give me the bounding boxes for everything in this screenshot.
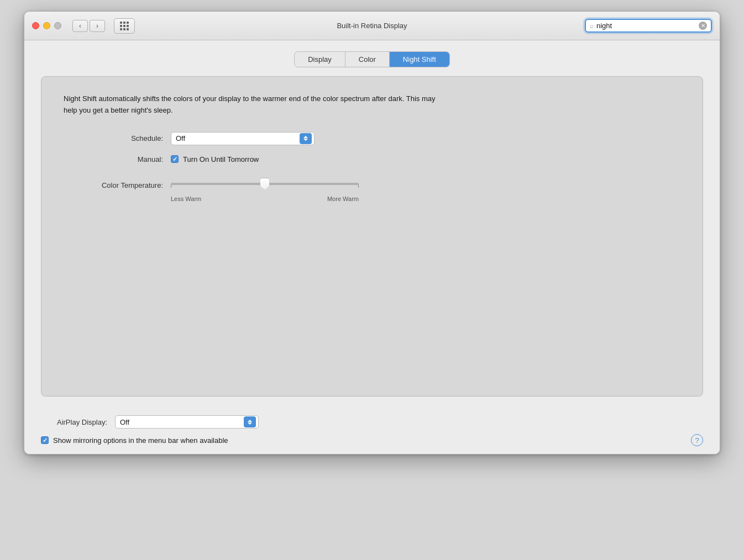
airplay-dropdown[interactable]: Off — [115, 415, 259, 429]
color-temp-row: Color Temperature: Le — [64, 173, 680, 202]
more-warm-label: More Warm — [327, 196, 359, 202]
tab-group: Display Color Night Shift — [294, 51, 450, 67]
minimize-button[interactable] — [43, 22, 50, 29]
color-temp-label: Color Temperature: — [64, 176, 163, 189]
night-shift-description: Night Shift automatically shifts the col… — [64, 93, 439, 117]
maximize-button — [54, 22, 61, 29]
forward-button[interactable]: › — [90, 20, 105, 32]
airplay-arrow-up-icon — [248, 420, 252, 422]
manual-label: Manual: — [64, 155, 163, 163]
search-icon: ⌕ — [590, 22, 594, 30]
airplay-row: AirPlay Display: Off — [41, 415, 703, 429]
traffic-lights — [32, 22, 61, 29]
slider-labels: Less Warm More Warm — [171, 196, 359, 202]
slider-container: Less Warm More Warm — [171, 176, 359, 202]
tab-night-shift[interactable]: Night Shift — [390, 52, 449, 67]
airplay-label: AirPlay Display: — [41, 418, 107, 426]
mirror-checkbox-text: Show mirroring options in the menu bar w… — [53, 436, 228, 445]
airplay-arrow-down-icon — [248, 422, 252, 425]
schedule-label: Schedule: — [64, 134, 163, 142]
close-button[interactable] — [32, 22, 39, 29]
slider-track — [171, 183, 359, 185]
mirror-row: ✓ Show mirroring options in the menu bar… — [41, 434, 703, 446]
slider-thumb[interactable] — [260, 178, 270, 190]
search-clear-button[interactable]: ✕ — [699, 22, 707, 30]
manual-checkbox[interactable]: ✓ — [171, 155, 179, 163]
manual-row: Manual: ✓ Turn On Until Tomorrow — [64, 155, 680, 163]
manual-checkbox-text: Turn On Until Tomorrow — [183, 155, 259, 163]
schedule-value: Off — [176, 134, 185, 142]
search-box: ⌕ ✕ — [585, 19, 712, 33]
schedule-arrows[interactable] — [300, 133, 312, 144]
tab-display[interactable]: Display — [295, 52, 345, 67]
mirror-checkbox-label[interactable]: ✓ Show mirroring options in the menu bar… — [41, 436, 228, 445]
tick-left — [171, 184, 171, 188]
airplay-arrows[interactable] — [244, 416, 256, 427]
arrow-up-icon — [303, 136, 308, 138]
window-title: Built-in Retina Display — [337, 22, 407, 30]
forward-icon: › — [96, 22, 98, 30]
mirror-checkbox[interactable]: ✓ — [41, 436, 49, 444]
bottom-section: AirPlay Display: Off ✓ Show mirroring op… — [24, 408, 720, 454]
content-area: Display Color Night Shift Night Shift au… — [24, 40, 720, 408]
tick-right — [358, 184, 359, 188]
schedule-dropdown[interactable]: Off — [171, 132, 315, 145]
grid-button[interactable] — [114, 18, 135, 34]
settings-rows: Schedule: Off Manual: ✓ — [64, 132, 680, 202]
checkmark-icon: ✓ — [172, 156, 177, 162]
tabs-container: Display Color Night Shift — [41, 51, 703, 67]
main-window: ‹ › Built-in Retina Display ⌕ ✕ — [24, 11, 720, 455]
mirror-checkmark-icon: ✓ — [43, 437, 48, 443]
help-button[interactable]: ? — [691, 434, 703, 446]
less-warm-label: Less Warm — [171, 196, 201, 202]
slider-track-wrapper — [171, 176, 359, 192]
schedule-row: Schedule: Off — [64, 132, 680, 145]
tab-color[interactable]: Color — [345, 52, 390, 67]
back-button[interactable]: ‹ — [72, 20, 88, 32]
help-icon: ? — [695, 436, 699, 445]
clear-icon: ✕ — [701, 23, 705, 29]
airplay-value: Off — [120, 418, 129, 426]
manual-checkbox-label[interactable]: ✓ Turn On Until Tomorrow — [171, 155, 259, 163]
titlebar: ‹ › Built-in Retina Display ⌕ ✕ — [24, 12, 720, 40]
search-input[interactable] — [596, 22, 696, 30]
back-icon: ‹ — [79, 22, 81, 30]
grid-icon — [120, 22, 129, 30]
night-shift-panel: Night Shift automatically shifts the col… — [41, 76, 703, 397]
nav-buttons: ‹ › — [72, 20, 105, 32]
arrow-down-icon — [303, 139, 308, 141]
